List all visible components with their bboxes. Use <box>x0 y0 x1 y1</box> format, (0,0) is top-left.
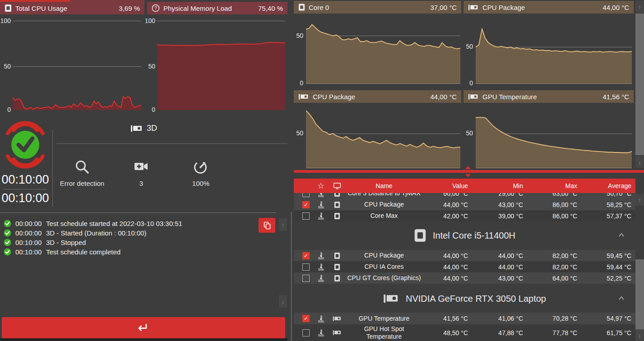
check-circle-icon <box>4 248 11 256</box>
sensor-value: 48,50 °C <box>424 329 470 336</box>
monitor-column-icon[interactable] <box>330 182 344 189</box>
splitter-down-arrow[interactable] <box>465 174 471 177</box>
row-checkbox[interactable] <box>302 252 310 259</box>
heat-icon <box>312 252 330 259</box>
log-time: 00:00:00 <box>15 220 43 227</box>
x-axis <box>476 168 632 168</box>
splitter-bar[interactable] <box>294 170 644 173</box>
chart-title: CPU Package <box>482 4 525 11</box>
row-checkbox[interactable] <box>302 315 310 322</box>
table-row[interactable]: CPU Package 44,00 °C 43,00 °C 86,00 °C 5… <box>294 199 635 210</box>
table-row[interactable]: GPU Temperature 41,56 °C 41,06 °C 70,28 … <box>294 313 635 324</box>
magnifier-icon <box>74 159 90 175</box>
heat-icon <box>312 263 330 271</box>
table-row[interactable]: CPU IA Cores 44,00 °C 44,00 °C 82,00 °C … <box>294 261 635 272</box>
col-value[interactable]: Value <box>424 182 470 189</box>
heat-icon <box>312 274 330 282</box>
charts-scroll-up-button[interactable]: ↑ <box>635 1 644 13</box>
table-row-clipped[interactable]: Core 3 Distance to TjMAX 60,00 °C 29,00 … <box>294 193 635 199</box>
ytick: 0 <box>463 79 473 87</box>
chart-title: CPU Package <box>313 93 355 101</box>
chart-header-gpu-temp[interactable]: GPU Temperature 41,56 °C <box>463 90 634 103</box>
sensor-value: 41,56 °C <box>424 315 470 322</box>
total-cpu-usage-header[interactable]: Total CPU Usage 3,69 % <box>0 2 144 14</box>
table-scroll-down-button[interactable]: ↓ <box>635 329 644 341</box>
row-checkbox[interactable] <box>302 193 310 197</box>
row-checkbox[interactable] <box>302 212 310 220</box>
panel-value: 75,40 % <box>258 5 283 12</box>
stat-error-detection[interactable]: Error detection <box>51 159 114 187</box>
log-time: 00:10:00 <box>15 248 43 256</box>
ytick: 0 <box>0 106 11 113</box>
log-row: 00:00:00 3D - Started (Duration : 00:10:… <box>0 228 147 238</box>
section-header-intel[interactable]: Intel Core i5-11400H <box>294 225 635 246</box>
stat-load-percent[interactable]: 100% <box>169 159 232 187</box>
table-row[interactable]: GPU Hot Spot Temperature 48,50 °C 47,88 … <box>294 324 635 341</box>
memory-load-header[interactable]: ? Physical Memory Load 75,40 % <box>147 2 287 14</box>
up-arrow-icon: ↑ <box>638 197 641 203</box>
sensor-name: CPU Package <box>344 252 424 259</box>
col-name[interactable]: Name <box>344 182 424 190</box>
ytick: 50 <box>293 129 303 137</box>
log-row: 00:10:00 3D - Stopped <box>0 238 86 247</box>
memory-load-chart <box>157 21 285 110</box>
row-checkbox[interactable] <box>302 201 310 208</box>
cpu-icon <box>330 263 344 271</box>
test-name: 3D <box>147 124 157 133</box>
table-row[interactable]: CPU Package 44,00 °C 44,00 °C 82,00 °C 5… <box>294 250 635 261</box>
row-checkbox[interactable] <box>302 263 310 271</box>
chart-header-core0[interactable]: Core 0 37,00 °C <box>294 1 461 14</box>
core0-chart <box>306 22 460 83</box>
row-checkbox[interactable] <box>302 275 310 282</box>
chevron-up-icon[interactable] <box>618 232 625 238</box>
sensor-name: CPU Package <box>344 201 424 208</box>
charts-scroll-down-button[interactable]: ↓ <box>635 156 644 168</box>
sensor-min: 43,00 °C <box>470 275 525 282</box>
log-scroll-up-button[interactable]: ↑ <box>279 218 287 231</box>
chart-header-cpu-package-2[interactable]: CPU Package 44,00 °C <box>294 90 461 103</box>
copy-log-button[interactable] <box>259 218 275 233</box>
sensor-value: 44,00 °C <box>424 263 470 271</box>
down-arrow-icon: ↓ <box>282 298 285 305</box>
test-label: 3D <box>0 124 287 133</box>
col-average[interactable]: Average <box>579 182 633 189</box>
splitter-up-arrow[interactable] <box>465 166 471 169</box>
x-axis <box>306 83 460 84</box>
check-circle-icon <box>4 239 11 246</box>
gpu-icon <box>330 315 344 322</box>
table-scroll-up-button[interactable]: ↑ <box>635 194 644 206</box>
panel-divider[interactable] <box>291 212 292 341</box>
sensor-name: GPU Temperature <box>344 315 424 323</box>
sensor-min: 39,00 °C <box>470 212 525 220</box>
timer-divider <box>4 189 47 189</box>
favorite-column-icon[interactable]: ☆ <box>312 181 330 191</box>
table-row[interactable]: CPU GT Cores (Graphics) 44,00 °C 43,00 °… <box>294 272 635 284</box>
sensor-min: 41,06 °C <box>470 315 525 322</box>
section-header-nvidia[interactable]: NVIDIA GeForce RTX 3050 Laptop <box>294 288 635 309</box>
cpu-icon <box>414 228 426 243</box>
svg-text:?: ? <box>154 5 157 11</box>
chart-value: 37,00 °C <box>430 4 457 11</box>
sensor-max: 64,00 °C <box>525 275 579 282</box>
up-arrow-icon: ↑ <box>638 4 641 10</box>
table-row[interactable]: Core Max 42,00 °C 39,00 °C 86,00 °C 57,3… <box>294 210 635 221</box>
gpu-icon <box>330 329 344 336</box>
chevron-up-icon[interactable] <box>618 295 625 301</box>
row-checkbox[interactable] <box>302 329 310 336</box>
stat-run-count[interactable]: 3 <box>110 159 173 187</box>
run-test-button[interactable]: ↵ <box>2 317 285 338</box>
sensor-max: 70,28 °C <box>525 315 579 322</box>
cpu-icon <box>5 4 12 12</box>
sensor-value: 44,00 °C <box>424 201 470 208</box>
stat-label: 100% <box>169 180 232 187</box>
charts-scrollbar-thumb[interactable] <box>635 14 644 155</box>
chart-header-cpu-package-1[interactable]: CPU Package 44,00 °C <box>463 1 634 14</box>
cpu-icon <box>330 212 344 220</box>
col-max[interactable]: Max <box>525 182 579 189</box>
sensor-max: 86,00 °C <box>525 201 579 208</box>
col-min[interactable]: Min <box>470 182 525 189</box>
log-scroll-down-button[interactable]: ↓ <box>279 295 287 308</box>
stat-label: 3 <box>110 180 173 187</box>
table-scrollbar-thumb[interactable] <box>635 259 644 331</box>
sensor-value: 42,00 °C <box>424 212 470 220</box>
